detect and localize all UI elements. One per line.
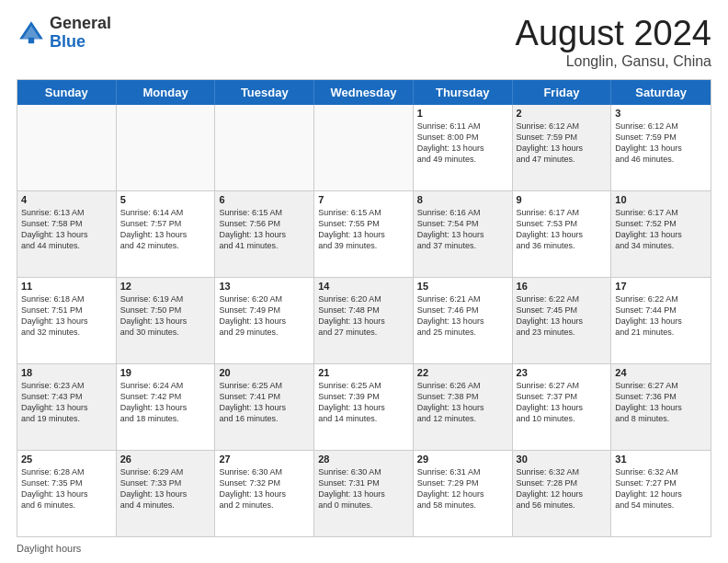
calendar-cell: 23Sunrise: 6:27 AM Sunset: 7:37 PM Dayli… [513, 364, 612, 450]
cell-info: Sunrise: 6:20 AM Sunset: 7:49 PM Dayligh… [219, 293, 310, 339]
day-number: 23 [517, 367, 608, 378]
day-number: 10 [615, 194, 707, 205]
calendar-cell: 13Sunrise: 6:20 AM Sunset: 7:49 PM Dayli… [215, 278, 314, 363]
calendar-cell: 21Sunrise: 6:25 AM Sunset: 7:39 PM Dayli… [314, 364, 414, 450]
cell-info: Sunrise: 6:20 AM Sunset: 7:48 PM Dayligh… [318, 293, 409, 339]
cell-info: Sunrise: 6:27 AM Sunset: 7:37 PM Dayligh… [517, 380, 608, 425]
cell-info: Sunrise: 6:23 AM Sunset: 7:43 PM Dayligh… [21, 380, 112, 425]
day-number: 9 [517, 194, 608, 205]
cell-info: Sunrise: 6:22 AM Sunset: 7:45 PM Dayligh… [517, 293, 608, 339]
calendar-cell: 1Sunrise: 6:11 AM Sunset: 8:00 PM Daylig… [414, 105, 513, 190]
day-number: 25 [21, 454, 112, 465]
day-number: 4 [21, 194, 112, 205]
cell-info: Sunrise: 6:15 AM Sunset: 7:55 PM Dayligh… [318, 207, 409, 252]
month-title: August 2024 [516, 15, 711, 53]
day-number: 26 [120, 454, 211, 465]
calendar-cell [215, 105, 314, 190]
footer: Daylight hours [17, 543, 711, 554]
day-number: 31 [615, 454, 707, 465]
cell-info: Sunrise: 6:12 AM Sunset: 7:59 PM Dayligh… [615, 121, 707, 166]
day-number: 5 [120, 194, 211, 205]
cell-info: Sunrise: 6:12 AM Sunset: 7:59 PM Dayligh… [517, 121, 608, 166]
calendar-cell: 16Sunrise: 6:22 AM Sunset: 7:45 PM Dayli… [513, 278, 612, 363]
cell-info: Sunrise: 6:28 AM Sunset: 7:35 PM Dayligh… [21, 466, 112, 511]
calendar-cell: 2Sunrise: 6:12 AM Sunset: 7:59 PM Daylig… [513, 105, 612, 190]
cell-info: Sunrise: 6:11 AM Sunset: 8:00 PM Dayligh… [417, 121, 508, 166]
calendar: SundayMondayTuesdayWednesdayThursdayFrid… [17, 79, 711, 537]
cell-info: Sunrise: 6:31 AM Sunset: 7:29 PM Dayligh… [417, 466, 508, 511]
calendar-cell: 9Sunrise: 6:17 AM Sunset: 7:53 PM Daylig… [513, 191, 612, 277]
day-number: 16 [517, 281, 608, 292]
cell-info: Sunrise: 6:16 AM Sunset: 7:54 PM Dayligh… [417, 207, 508, 252]
calendar-cell: 26Sunrise: 6:29 AM Sunset: 7:33 PM Dayli… [117, 451, 216, 536]
calendar-header-cell: Thursday [414, 80, 513, 105]
day-number: 2 [517, 108, 608, 119]
day-number: 29 [417, 454, 508, 465]
calendar-cell: 5Sunrise: 6:14 AM Sunset: 7:57 PM Daylig… [117, 191, 216, 277]
calendar-cell: 11Sunrise: 6:18 AM Sunset: 7:51 PM Dayli… [17, 278, 117, 363]
cell-info: Sunrise: 6:17 AM Sunset: 7:52 PM Dayligh… [615, 207, 707, 252]
day-number: 14 [318, 281, 409, 292]
day-number: 28 [318, 454, 409, 465]
day-number: 24 [615, 367, 707, 378]
calendar-cell [17, 105, 117, 190]
logo-icon [17, 18, 46, 48]
cell-info: Sunrise: 6:27 AM Sunset: 7:36 PM Dayligh… [615, 380, 707, 425]
calendar-header-cell: Tuesday [215, 80, 314, 105]
calendar-cell [314, 105, 414, 190]
calendar-cell: 15Sunrise: 6:21 AM Sunset: 7:46 PM Dayli… [414, 278, 513, 363]
cell-info: Sunrise: 6:24 AM Sunset: 7:42 PM Dayligh… [120, 380, 211, 425]
logo-blue-text: Blue [50, 32, 85, 51]
calendar-cell: 24Sunrise: 6:27 AM Sunset: 7:36 PM Dayli… [611, 364, 711, 450]
calendar-body: 1Sunrise: 6:11 AM Sunset: 8:00 PM Daylig… [17, 105, 711, 536]
calendar-header-cell: Friday [513, 80, 612, 105]
calendar-cell: 3Sunrise: 6:12 AM Sunset: 7:59 PM Daylig… [611, 105, 711, 190]
cell-info: Sunrise: 6:22 AM Sunset: 7:44 PM Dayligh… [615, 293, 707, 339]
day-number: 18 [21, 367, 112, 378]
cell-info: Sunrise: 6:32 AM Sunset: 7:27 PM Dayligh… [615, 466, 707, 511]
day-number: 3 [615, 108, 707, 119]
day-number: 8 [417, 194, 508, 205]
cell-info: Sunrise: 6:17 AM Sunset: 7:53 PM Dayligh… [517, 207, 608, 252]
day-number: 30 [517, 454, 608, 465]
location-title: Longlin, Gansu, China [516, 53, 711, 70]
day-number: 17 [615, 281, 707, 292]
calendar-cell: 28Sunrise: 6:30 AM Sunset: 7:31 PM Dayli… [314, 451, 414, 536]
calendar-header: SundayMondayTuesdayWednesdayThursdayFrid… [17, 80, 711, 105]
logo-general-text: General [50, 14, 111, 32]
calendar-cell: 20Sunrise: 6:25 AM Sunset: 7:41 PM Dayli… [215, 364, 314, 450]
day-number: 1 [417, 108, 508, 119]
cell-info: Sunrise: 6:18 AM Sunset: 7:51 PM Dayligh… [21, 293, 112, 339]
calendar-cell: 7Sunrise: 6:15 AM Sunset: 7:55 PM Daylig… [314, 191, 414, 277]
logo: General Blue [17, 15, 111, 52]
logo-text: General Blue [50, 15, 111, 52]
calendar-header-cell: Wednesday [314, 80, 414, 105]
cell-info: Sunrise: 6:14 AM Sunset: 7:57 PM Dayligh… [120, 207, 211, 252]
calendar-row: 4Sunrise: 6:13 AM Sunset: 7:58 PM Daylig… [17, 191, 711, 278]
calendar-cell: 31Sunrise: 6:32 AM Sunset: 7:27 PM Dayli… [611, 451, 711, 536]
day-number: 15 [417, 281, 508, 292]
day-number: 21 [318, 367, 409, 378]
footer-label: Daylight hours [17, 543, 81, 554]
calendar-cell: 4Sunrise: 6:13 AM Sunset: 7:58 PM Daylig… [17, 191, 117, 277]
cell-info: Sunrise: 6:29 AM Sunset: 7:33 PM Dayligh… [120, 466, 211, 511]
calendar-cell: 22Sunrise: 6:26 AM Sunset: 7:38 PM Dayli… [414, 364, 513, 450]
calendar-cell [117, 105, 216, 190]
cell-info: Sunrise: 6:15 AM Sunset: 7:56 PM Dayligh… [219, 207, 310, 252]
calendar-cell: 6Sunrise: 6:15 AM Sunset: 7:56 PM Daylig… [215, 191, 314, 277]
calendar-cell: 10Sunrise: 6:17 AM Sunset: 7:52 PM Dayli… [611, 191, 711, 277]
cell-info: Sunrise: 6:30 AM Sunset: 7:31 PM Dayligh… [318, 466, 409, 511]
calendar-row: 11Sunrise: 6:18 AM Sunset: 7:51 PM Dayli… [17, 278, 711, 364]
svg-rect-2 [28, 38, 34, 43]
day-number: 11 [21, 281, 112, 292]
calendar-row: 1Sunrise: 6:11 AM Sunset: 8:00 PM Daylig… [17, 105, 711, 191]
calendar-cell: 30Sunrise: 6:32 AM Sunset: 7:28 PM Dayli… [513, 451, 612, 536]
calendar-row: 25Sunrise: 6:28 AM Sunset: 7:35 PM Dayli… [17, 451, 711, 536]
calendar-header-cell: Monday [117, 80, 216, 105]
cell-info: Sunrise: 6:13 AM Sunset: 7:58 PM Dayligh… [21, 207, 112, 252]
calendar-cell: 19Sunrise: 6:24 AM Sunset: 7:42 PM Dayli… [117, 364, 216, 450]
calendar-cell: 25Sunrise: 6:28 AM Sunset: 7:35 PM Dayli… [17, 451, 117, 536]
day-number: 13 [219, 281, 310, 292]
cell-info: Sunrise: 6:21 AM Sunset: 7:46 PM Dayligh… [417, 293, 508, 339]
calendar-header-cell: Saturday [611, 80, 711, 105]
